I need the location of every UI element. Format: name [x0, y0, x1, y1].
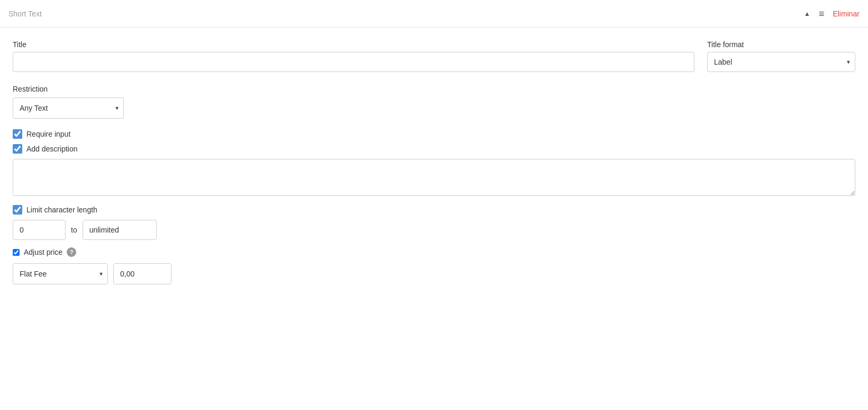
- require-input-checkbox[interactable]: [13, 129, 22, 139]
- adjust-price-label[interactable]: Adjust price: [24, 248, 62, 256]
- title-format-label: Title format: [707, 40, 855, 49]
- field-header: Short Text ▲ ≡ Eliminar: [0, 0, 868, 28]
- title-row: Title Title format Label Placeholder Non…: [13, 40, 855, 72]
- limit-max-input[interactable]: [83, 220, 157, 240]
- adjust-price-checkbox[interactable]: [13, 249, 20, 256]
- price-row: Flat Fee Per Character ▾: [13, 263, 855, 284]
- move-up-icon[interactable]: ▲: [804, 10, 810, 17]
- add-description-row: Add description: [13, 144, 855, 154]
- limit-char-checkbox[interactable]: [13, 205, 22, 215]
- flat-fee-select[interactable]: Flat Fee Per Character: [13, 263, 108, 284]
- title-format-select-wrapper: Label Placeholder None ▾: [707, 52, 855, 72]
- add-description-label[interactable]: Add description: [26, 145, 78, 153]
- field-type-label: Short Text: [8, 10, 42, 18]
- adjust-price-row: Adjust price ?: [13, 247, 855, 257]
- limit-char-label[interactable]: Limit character length: [26, 206, 97, 214]
- add-description-checkbox[interactable]: [13, 144, 22, 154]
- require-input-label[interactable]: Require input: [26, 130, 70, 138]
- restriction-section: Restriction Any Text Email URL Number Ph…: [13, 85, 855, 119]
- limit-min-input[interactable]: [13, 220, 66, 240]
- menu-icon[interactable]: ≡: [819, 9, 825, 19]
- price-input[interactable]: [113, 263, 171, 284]
- to-label: to: [71, 226, 77, 234]
- help-icon[interactable]: ?: [67, 247, 76, 257]
- title-group: Title: [13, 40, 694, 72]
- flat-fee-select-wrapper: Flat Fee Per Character ▾: [13, 263, 108, 284]
- restriction-label: Restriction: [13, 85, 855, 93]
- limit-range-row: to: [13, 220, 855, 240]
- require-input-row: Require input: [13, 129, 855, 139]
- description-textarea[interactable]: [13, 159, 855, 196]
- title-format-select[interactable]: Label Placeholder None: [707, 52, 855, 72]
- title-label: Title: [13, 40, 694, 49]
- restriction-select[interactable]: Any Text Email URL Number Phone: [13, 97, 124, 119]
- limit-char-row: Limit character length: [13, 205, 855, 215]
- header-actions: ▲ ≡ Eliminar: [804, 9, 860, 19]
- delete-button[interactable]: Eliminar: [833, 10, 860, 18]
- title-input[interactable]: [13, 52, 694, 72]
- restriction-select-wrapper: Any Text Email URL Number Phone ▾: [13, 97, 124, 119]
- form-content: Title Title format Label Placeholder Non…: [0, 28, 868, 297]
- title-format-group: Title format Label Placeholder None ▾: [707, 40, 855, 72]
